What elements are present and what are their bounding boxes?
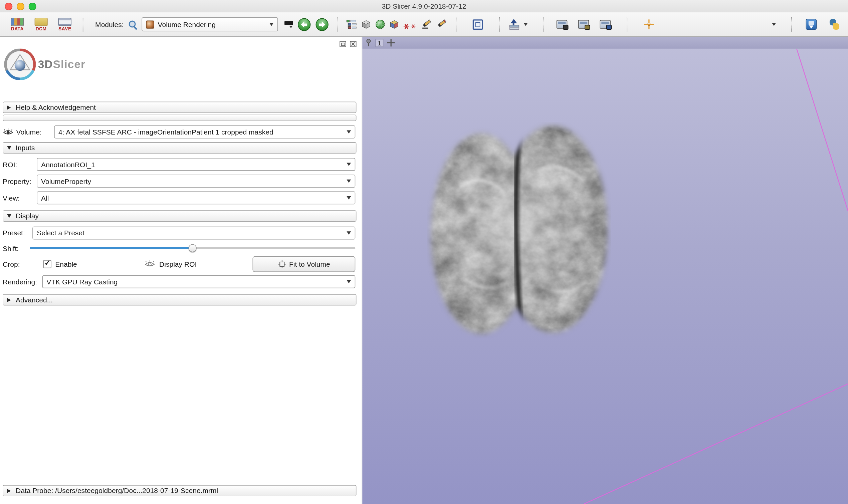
roi-edge-line <box>797 49 848 211</box>
undock-panel-icon[interactable] <box>340 41 346 47</box>
load-data-icon <box>11 18 24 26</box>
toolbar-separator <box>83 17 84 32</box>
advanced-section-label: Advanced... <box>16 296 53 304</box>
preset-selector[interactable]: Select a Preset <box>32 226 355 239</box>
display-roi-label: Display ROI <box>159 260 197 268</box>
fiducial-markup-icon[interactable] <box>403 19 417 29</box>
property-label: Property: <box>3 177 37 185</box>
panel-corner-icons <box>340 41 356 47</box>
help-section-bar[interactable]: Help & Acknowledgement <box>3 102 356 113</box>
3d-viewport[interactable]: 1 <box>362 37 848 504</box>
transforms-cube-icon[interactable] <box>389 19 399 29</box>
pin-icon[interactable] <box>365 39 372 47</box>
module-selector[interactable]: Volume Rendering <box>142 17 278 31</box>
modules-label: Modules: <box>95 20 124 29</box>
asterisk-icon <box>403 23 409 29</box>
scene-view-add-icon[interactable] <box>508 19 519 30</box>
module-tree-icon[interactable] <box>346 19 357 29</box>
chevron-down-icon <box>346 196 351 200</box>
module-search-icon[interactable] <box>128 20 138 29</box>
module-history-icon <box>285 21 293 24</box>
property-row: Property: VolumeProperty <box>3 175 355 187</box>
slicer-logo-icon <box>4 49 36 80</box>
view-selector[interactable]: All <box>37 191 355 204</box>
toolbar-separator <box>337 17 338 32</box>
eye-icon[interactable] <box>3 128 13 136</box>
screenshot-icon[interactable] <box>472 19 483 30</box>
scene-views-icon[interactable] <box>578 20 589 29</box>
chevron-down-icon <box>269 23 273 26</box>
load-data-label: DATA <box>11 26 24 31</box>
collapsed-arrow-icon <box>7 298 11 302</box>
chevron-down-icon <box>346 180 351 183</box>
expanded-arrow-icon <box>7 214 11 218</box>
crop-enable-checkbox[interactable]: ✓ <box>43 260 51 268</box>
volume-selector[interactable]: 4: AX fetal SSFSE ARC - imageOrientation… <box>54 126 355 139</box>
shift-row: Shift: <box>3 243 355 253</box>
property-selector[interactable]: VolumeProperty <box>37 175 355 187</box>
dicom-button[interactable]: DCM <box>31 18 51 31</box>
collapsed-arrow-icon <box>7 105 11 109</box>
save-label: SAVE <box>58 26 71 31</box>
collapsed-arrow-icon <box>7 489 11 493</box>
view-row: View: All <box>3 191 355 204</box>
crop-label: Crop: <box>3 260 43 268</box>
display-section-bar[interactable]: Display <box>3 210 356 222</box>
crop-enable-label: Enable <box>55 260 77 268</box>
checkmark-icon: ✓ <box>44 258 51 267</box>
python-console-icon[interactable] <box>829 18 841 30</box>
minimize-window-button[interactable] <box>17 3 24 10</box>
volume-cube-icon[interactable] <box>361 19 371 29</box>
module-forward-button[interactable] <box>315 18 328 31</box>
roi-bounds-overlay <box>362 37 848 504</box>
toolbar-separator <box>456 17 457 32</box>
fit-icon <box>278 260 286 268</box>
module-selector-value: Volume Rendering <box>158 20 216 29</box>
traffic-lights <box>5 3 36 10</box>
toolbar-separator <box>627 17 628 32</box>
window-title: 3D Slicer 4.9.0-2018-07-12 <box>382 2 466 10</box>
data-probe-bar[interactable]: Data Probe: /Users/esteegoldberg/Doc...2… <box>3 485 356 496</box>
ruler-annotation-icon[interactable] <box>422 19 432 29</box>
close-window-button[interactable] <box>5 3 13 10</box>
volume-rendering-module-icon <box>146 20 154 29</box>
roi-selector[interactable]: AnnotationROI_1 <box>37 158 355 171</box>
inputs-section-bar[interactable]: Inputs <box>3 142 356 154</box>
shift-slider[interactable] <box>30 247 355 249</box>
fit-to-volume-button[interactable]: Fit to Volume <box>252 256 355 272</box>
capture-view-icon[interactable] <box>556 20 567 29</box>
display-roi-eye-icon[interactable] <box>145 260 155 268</box>
slicer-logo-text: 3DSlicer <box>38 58 86 71</box>
pencil-annotation-icon[interactable] <box>437 19 447 29</box>
collapsed-section-bar[interactable] <box>3 114 356 121</box>
models-sphere-icon[interactable] <box>375 19 385 29</box>
help-section-label: Help & Acknowledgement <box>16 103 96 111</box>
main-toolbar: DATA DCM SAVE Modules: Volume Rendering <box>0 12 848 37</box>
property-selector-value: VolumeProperty <box>41 177 91 185</box>
preset-label: Preset: <box>3 229 32 237</box>
titlebar: 3D Slicer 4.9.0-2018-07-12 <box>0 0 848 12</box>
fullscreen-window-button[interactable] <box>29 3 36 10</box>
load-data-button[interactable]: DATA <box>8 18 27 31</box>
advanced-section-bar[interactable]: Advanced... <box>3 294 356 305</box>
expanded-arrow-icon <box>7 146 11 149</box>
save-button[interactable]: SAVE <box>55 18 74 31</box>
extension-manager-icon[interactable] <box>806 19 817 30</box>
save-icon <box>58 18 71 26</box>
crosshair-icon[interactable] <box>643 19 654 30</box>
chevron-down-icon <box>346 163 351 166</box>
module-history-button[interactable] <box>285 21 293 28</box>
shift-slider-fill <box>30 247 193 249</box>
view-label: View: <box>3 194 37 202</box>
chevron-down-icon <box>772 23 776 26</box>
roi-edge-line <box>584 384 848 504</box>
view-move-icon[interactable] <box>387 39 395 47</box>
rendering-selector[interactable]: VTK GPU Ray Casting <box>42 275 355 288</box>
shift-slider-handle[interactable] <box>188 244 197 252</box>
roi-label: ROI: <box>3 160 37 168</box>
chevron-down-icon <box>523 23 528 26</box>
restore-scene-view-icon[interactable] <box>600 20 610 29</box>
close-panel-icon[interactable] <box>350 41 356 47</box>
shift-label: Shift: <box>3 244 30 252</box>
module-back-button[interactable] <box>297 18 311 31</box>
